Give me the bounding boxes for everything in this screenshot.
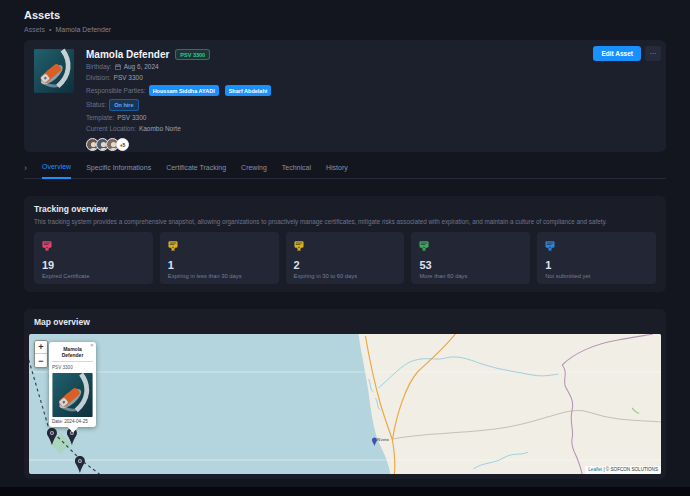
breadcrumb-separator: • xyxy=(49,26,51,33)
map-zoom-control: + − xyxy=(34,340,48,368)
division-value: PSV 3300 xyxy=(114,74,143,82)
division-row: Division: PSV 3300 xyxy=(86,74,274,82)
location-row: Current Location: Kaombo Norte xyxy=(86,125,274,133)
stat-value: 53 xyxy=(419,259,522,271)
tab-certificate-tracking[interactable]: Certificate Tracking xyxy=(166,161,226,178)
zoom-in-button[interactable]: + xyxy=(35,341,47,354)
responsible-party-badge: Houssam Siddha AYADI xyxy=(149,85,219,96)
page-title: Assets xyxy=(24,9,666,21)
zoom-out-button[interactable]: − xyxy=(35,354,47,367)
tab-technical[interactable]: Technical xyxy=(282,161,311,178)
template-row: Template: PSV 3300 xyxy=(86,114,274,122)
stat-label: More than 60 days xyxy=(419,273,522,279)
bottom-strip xyxy=(0,487,690,496)
stat-label: Expiring in less than 30 days xyxy=(168,273,271,279)
responsible-party-badge: Sharf Abdelahi xyxy=(225,85,272,96)
location-value: Kaombo Norte xyxy=(139,125,181,133)
popup-date: Date: 2024-04-25 xyxy=(52,419,93,424)
popup-title: Mamola Defender xyxy=(52,346,93,358)
certificate-icon xyxy=(294,238,304,249)
stat-card-expired: 19 Expired Certificate xyxy=(34,232,153,284)
asset-type-badge: PSV 3300 xyxy=(175,49,210,60)
tab-history[interactable]: History xyxy=(326,161,348,178)
avatar-overflow-badge[interactable]: +5 xyxy=(116,138,129,151)
town-label: N'zeto xyxy=(377,437,389,442)
stat-card-expiring-30: 1 Expiring in less than 30 days xyxy=(160,232,279,284)
responsible-parties-row: Responsible Parties: Houssam Siddha AYAD… xyxy=(86,85,274,96)
map-section-title: Map overview xyxy=(34,317,661,327)
breadcrumb: Assets • Mamola Defender xyxy=(24,26,666,33)
asset-summary-card: Mamola Defender PSV 3300 Birthday: Aug 6… xyxy=(24,40,666,152)
stat-card-not-submitted: 1 Not submitted yet xyxy=(537,232,656,284)
map-tiles xyxy=(29,334,661,474)
map-overview-section: Map overview xyxy=(24,309,666,479)
template-value: PSV 3300 xyxy=(117,114,146,122)
popup-subtitle: PSV 3300 xyxy=(52,365,93,370)
breadcrumb-item-current: Mamola Defender xyxy=(55,26,111,33)
tab-overview[interactable]: Overview xyxy=(42,160,71,179)
stat-card-more-60: 53 More than 60 days xyxy=(411,232,530,284)
tab-specific-informations[interactable]: Specific Informations xyxy=(86,161,151,178)
status-row: Status: On hire xyxy=(86,99,274,111)
certificate-icon xyxy=(545,238,555,249)
certificate-icon xyxy=(419,238,429,249)
map-popup: × Mamola Defender PSV 3300 Date: 2024-04… xyxy=(49,342,96,427)
tabs-scroll-icon[interactable]: › xyxy=(24,164,27,178)
stat-label: Expiring in 30 to 60 days xyxy=(294,273,397,279)
tab-crewing[interactable]: Crewing xyxy=(241,161,267,178)
popup-vessel-image xyxy=(52,373,93,417)
leaflet-link[interactable]: Leaflet xyxy=(588,467,602,472)
crew-avatars: +5 xyxy=(86,138,274,151)
breadcrumb-item-assets[interactable]: Assets xyxy=(24,26,45,33)
stat-label: Not submitted yet xyxy=(545,273,648,279)
asset-tabs: › Overview Specific Informations Certifi… xyxy=(24,160,666,179)
stat-label: Expired Certificate xyxy=(42,273,145,279)
map[interactable]: N'zeto + − × Mamola Defender PSV 3300 Da… xyxy=(29,334,661,474)
stat-value: 2 xyxy=(294,259,397,271)
stat-value: 19 xyxy=(42,259,145,271)
birthday-value: Aug 6, 2024 xyxy=(124,63,159,71)
stat-value: 1 xyxy=(545,259,648,271)
tracking-overview-section: Tracking overview This tracking system p… xyxy=(24,196,666,292)
asset-name: Mamola Defender xyxy=(86,49,169,60)
tracking-section-title: Tracking overview xyxy=(34,204,656,214)
map-attribution: Leaflet | © SOFCON SOLUTIONS xyxy=(585,466,661,474)
stat-value: 1 xyxy=(168,259,271,271)
popup-close-icon[interactable]: × xyxy=(90,343,93,349)
map-pin[interactable] xyxy=(75,456,85,473)
edit-asset-button[interactable]: Edit Asset xyxy=(593,46,641,61)
tracking-description: This tracking system provides a comprehe… xyxy=(34,218,656,225)
ellipsis-icon: ⋯ xyxy=(650,50,657,57)
assets-page: Assets Assets • Mamola Defender Mamola D… xyxy=(0,0,690,479)
certificate-icon xyxy=(168,238,178,249)
status-badge: On hire xyxy=(109,99,138,111)
birthday-row: Birthday: Aug 6, 2024 xyxy=(86,63,274,71)
calendar-icon xyxy=(115,64,121,70)
stat-card-expiring-30-60: 2 Expiring in 30 to 60 days xyxy=(286,232,405,284)
vessel-thumbnail xyxy=(34,48,74,94)
certificate-icon xyxy=(42,238,52,249)
more-options-button[interactable]: ⋯ xyxy=(645,46,661,61)
